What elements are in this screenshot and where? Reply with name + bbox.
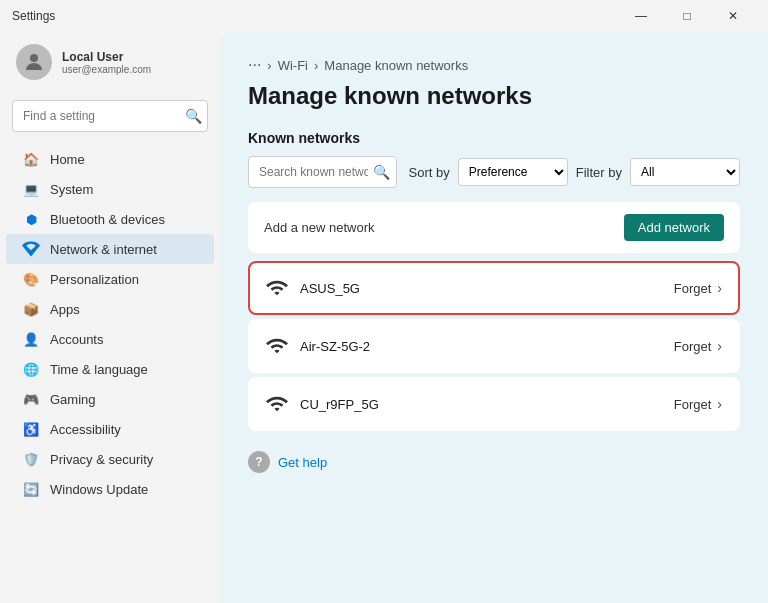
- apps-icon: 📦: [22, 300, 40, 318]
- sidebar-item-network[interactable]: Network & internet: [6, 234, 214, 264]
- network-search-box: 🔍: [248, 156, 397, 188]
- sidebar-item-bluetooth-label: Bluetooth & devices: [50, 212, 165, 227]
- page-title: Manage known networks: [248, 82, 740, 110]
- sidebar-item-time-label: Time & language: [50, 362, 148, 377]
- get-help-label: Get help: [278, 455, 327, 470]
- sidebar-item-accessibility[interactable]: ♿ Accessibility: [6, 414, 214, 444]
- wifi-icon-asus5g: [266, 277, 288, 299]
- forget-button-asus5g[interactable]: Forget: [674, 281, 712, 296]
- breadcrumb-sep2: ›: [314, 58, 318, 73]
- privacy-icon: 🛡️: [22, 450, 40, 468]
- sidebar-item-update-label: Windows Update: [50, 482, 148, 497]
- minimize-button[interactable]: —: [618, 0, 664, 32]
- chevron-right-cu5g: ›: [717, 396, 722, 412]
- sidebar-item-network-label: Network & internet: [50, 242, 157, 257]
- breadcrumb-dots[interactable]: ···: [248, 56, 261, 74]
- breadcrumb-sep1: ›: [267, 58, 271, 73]
- sidebar-item-personalization-label: Personalization: [50, 272, 139, 287]
- network-name-airsz: Air-SZ-5G-2: [300, 339, 674, 354]
- sidebar-item-home[interactable]: 🏠 Home: [6, 144, 214, 174]
- sidebar-item-privacy[interactable]: 🛡️ Privacy & security: [6, 444, 214, 474]
- app-window: Local User user@example.com 🔍 🏠 Home 💻 S…: [0, 32, 768, 603]
- wifi-icon-airsz: [266, 335, 288, 357]
- titlebar: Settings — □ ✕: [0, 0, 768, 32]
- titlebar-controls: — □ ✕: [618, 0, 756, 32]
- get-help[interactable]: ? Get help: [248, 451, 740, 473]
- accessibility-icon: ♿: [22, 420, 40, 438]
- wifi-icon-cu5g: [266, 393, 288, 415]
- accounts-icon: 👤: [22, 330, 40, 348]
- sidebar-item-accounts-label: Accounts: [50, 332, 103, 347]
- sidebar-item-time[interactable]: 🌐 Time & language: [6, 354, 214, 384]
- sidebar-item-personalization[interactable]: 🎨 Personalization: [6, 264, 214, 294]
- add-network-row: Add a new network Add network: [248, 202, 740, 253]
- sort-filter-row: Sort by Preference Filter by All: [409, 158, 740, 186]
- svg-point-0: [30, 54, 38, 62]
- sidebar-item-bluetooth[interactable]: ⬢ Bluetooth & devices: [6, 204, 214, 234]
- breadcrumb-page: Manage known networks: [324, 58, 468, 73]
- network-item-asus5g[interactable]: ASUS_5G Forget ›: [248, 261, 740, 315]
- user-profile[interactable]: Local User user@example.com: [0, 32, 220, 92]
- forget-button-cu5g[interactable]: Forget: [674, 397, 712, 412]
- close-button[interactable]: ✕: [710, 0, 756, 32]
- sidebar-item-system[interactable]: 💻 System: [6, 174, 214, 204]
- controls-row: 🔍 Sort by Preference Filter by All: [248, 156, 740, 188]
- network-name-asus5g: ASUS_5G: [300, 281, 674, 296]
- sidebar-item-system-label: System: [50, 182, 93, 197]
- network-item-airsz[interactable]: Air-SZ-5G-2 Forget ›: [248, 319, 740, 373]
- sidebar-search-icon[interactable]: 🔍: [185, 108, 202, 124]
- sidebar-item-accounts[interactable]: 👤 Accounts: [6, 324, 214, 354]
- sidebar-item-gaming-label: Gaming: [50, 392, 96, 407]
- update-icon: 🔄: [22, 480, 40, 498]
- sidebar-search-input[interactable]: [12, 100, 208, 132]
- network-icon: [22, 240, 40, 258]
- network-item-cu5g[interactable]: CU_r9FP_5G Forget ›: [248, 377, 740, 431]
- network-name-cu5g: CU_r9FP_5G: [300, 397, 674, 412]
- sidebar-item-accessibility-label: Accessibility: [50, 422, 121, 437]
- user-info: Local User user@example.com: [62, 50, 151, 75]
- avatar: [16, 44, 52, 80]
- add-network-button[interactable]: Add network: [624, 214, 724, 241]
- system-icon: 💻: [22, 180, 40, 198]
- user-email: user@example.com: [62, 64, 151, 75]
- home-icon: 🏠: [22, 150, 40, 168]
- add-network-label: Add a new network: [264, 220, 375, 235]
- sidebar-item-apps-label: Apps: [50, 302, 80, 317]
- breadcrumb: ··· › Wi-Fi › Manage known networks: [248, 56, 740, 74]
- sidebar-item-update[interactable]: 🔄 Windows Update: [6, 474, 214, 504]
- user-name: Local User: [62, 50, 151, 64]
- personalization-icon: 🎨: [22, 270, 40, 288]
- sidebar-item-privacy-label: Privacy & security: [50, 452, 153, 467]
- chevron-right-airsz: ›: [717, 338, 722, 354]
- network-search-icon: 🔍: [373, 164, 390, 180]
- sidebar-item-apps[interactable]: 📦 Apps: [6, 294, 214, 324]
- titlebar-title: Settings: [12, 9, 55, 23]
- sort-dropdown[interactable]: Preference: [458, 158, 568, 186]
- bluetooth-icon: ⬢: [22, 210, 40, 228]
- sidebar-nav: 🏠 Home 💻 System ⬢ Bluetooth & devices Ne…: [0, 144, 220, 504]
- sidebar: Local User user@example.com 🔍 🏠 Home 💻 S…: [0, 32, 220, 603]
- breadcrumb-wifi[interactable]: Wi-Fi: [278, 58, 308, 73]
- gaming-icon: 🎮: [22, 390, 40, 408]
- maximize-button[interactable]: □: [664, 0, 710, 32]
- sidebar-item-home-label: Home: [50, 152, 85, 167]
- help-icon: ?: [248, 451, 270, 473]
- chevron-right-asus5g: ›: [717, 280, 722, 296]
- filter-dropdown[interactable]: All: [630, 158, 740, 186]
- sort-label: Sort by: [409, 165, 450, 180]
- forget-button-airsz[interactable]: Forget: [674, 339, 712, 354]
- time-icon: 🌐: [22, 360, 40, 378]
- content-area: ··· › Wi-Fi › Manage known networks Mana…: [220, 32, 768, 603]
- known-networks-label: Known networks: [248, 130, 740, 146]
- filter-label: Filter by: [576, 165, 622, 180]
- sidebar-item-gaming[interactable]: 🎮 Gaming: [6, 384, 214, 414]
- sidebar-search-box: 🔍: [12, 100, 208, 132]
